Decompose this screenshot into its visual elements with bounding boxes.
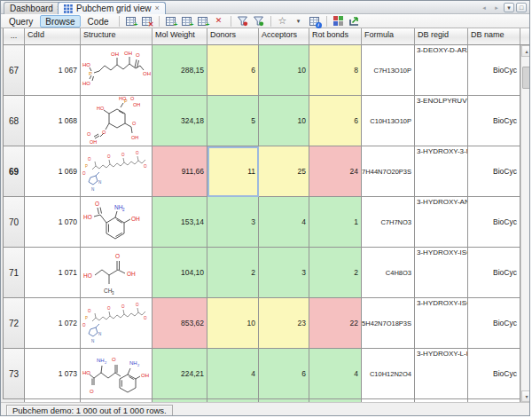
structure-drawing[interactable]: POOOOOONN bbox=[81, 146, 153, 197]
cell-cdid[interactable]: 1 073 bbox=[25, 349, 81, 399]
cell-formula[interactable]: C7H13O10P bbox=[362, 45, 415, 96]
cell-donors[interactable]: 11 bbox=[207, 146, 259, 197]
cell-mol-weight[interactable]: 853,62 bbox=[153, 298, 207, 349]
cell-donors[interactable]: 2 bbox=[207, 248, 259, 298]
cell-cdid[interactable]: 1 068 bbox=[25, 96, 81, 146]
add-row-table-icon[interactable]: + bbox=[164, 15, 178, 28]
row-number[interactable]: 71 bbox=[3, 248, 25, 298]
column-header-mol-weight[interactable]: Mol Weight bbox=[153, 28, 207, 45]
insert-row-table-icon[interactable]: + bbox=[124, 15, 138, 28]
cell-db-regid[interactable]: 3-HYDROXY-L-KYNU bbox=[415, 349, 468, 399]
tab-pubchem-grid-view[interactable]: Pubchem grid view × bbox=[58, 2, 166, 14]
cell-acceptors[interactable]: 10 bbox=[259, 45, 309, 96]
maximize-icon[interactable]: □ bbox=[516, 3, 527, 12]
color-grid-icon[interactable] bbox=[332, 15, 346, 28]
column-header-donors[interactable]: Donors bbox=[207, 28, 259, 45]
delete-red-x-icon[interactable]: ✕ bbox=[212, 15, 226, 28]
cell-cdid[interactable]: 1 069 bbox=[25, 146, 81, 197]
cell-rot-bonds[interactable]: 24 bbox=[309, 146, 362, 197]
query-button[interactable]: Query bbox=[4, 15, 38, 28]
tab-scroll-left-icon[interactable]: ◂ bbox=[479, 3, 489, 12]
cell-mol-weight[interactable]: 288,15 bbox=[153, 45, 207, 96]
export-icon[interactable] bbox=[348, 15, 362, 28]
cell-rot-bonds[interactable]: 2 bbox=[309, 248, 362, 298]
scroll-down-icon[interactable]: ▾ bbox=[521, 390, 529, 402]
column-header-[interactable]: ... bbox=[3, 28, 25, 45]
column-header-db-name[interactable]: DB name bbox=[468, 28, 520, 45]
column-header-formula[interactable]: Formula bbox=[362, 28, 415, 45]
favorites-star-icon[interactable]: ☆ bbox=[276, 15, 290, 28]
row-number[interactable]: 67 bbox=[3, 45, 25, 96]
cell-rot-bonds[interactable]: 1 bbox=[309, 197, 362, 248]
cell-db-regid[interactable]: 3-HYDROXY-ISOBUT bbox=[415, 248, 468, 298]
cell-db-name[interactable]: BioCyc bbox=[468, 197, 520, 248]
tab-list-dropdown-icon[interactable]: ▾ bbox=[504, 3, 514, 12]
cell-acceptors[interactable]: 10 bbox=[259, 96, 309, 146]
cell-donors[interactable]: 5 bbox=[207, 96, 259, 146]
cell-acceptors[interactable]: 25 bbox=[259, 146, 309, 197]
cell-db-name[interactable]: BioCyc bbox=[468, 298, 520, 349]
cell-rot-bonds[interactable]: 22 bbox=[309, 298, 362, 349]
structure-drawing[interactable]: PHOOOHHOOOHOOOH bbox=[81, 96, 153, 146]
cell-db-regid[interactable]: 3-HYDROXY-3-METH bbox=[415, 146, 468, 197]
structure-drawing[interactable]: OHOHOOHPHOHO bbox=[81, 45, 153, 96]
row-number[interactable]: 72 bbox=[3, 298, 25, 349]
structure-drawing[interactable]: POOOOOONN bbox=[81, 298, 153, 349]
row-number[interactable]: 73 bbox=[3, 349, 25, 399]
cell-acceptors[interactable]: 23 bbox=[259, 298, 309, 349]
structure-drawing[interactable]: HOOOHCH3 bbox=[81, 248, 153, 298]
row-number[interactable]: 69 bbox=[3, 146, 25, 197]
cell-mol-weight[interactable]: 911,66 bbox=[153, 146, 207, 197]
tab-scroll-right-icon[interactable]: ▸ bbox=[491, 3, 502, 12]
filter-apply-icon[interactable] bbox=[252, 15, 266, 28]
vertical-scrollbar[interactable]: ▴ ▾ bbox=[520, 45, 529, 402]
cell-db-name[interactable]: BioCyc bbox=[468, 248, 520, 298]
cell-formula[interactable]: C27H44N7O20P3S bbox=[362, 146, 415, 197]
cell-cdid[interactable]: 1 070 bbox=[25, 197, 81, 248]
star-dropdown-arrow-icon[interactable]: ▾ bbox=[292, 15, 306, 28]
cell-acceptors[interactable]: 3 bbox=[259, 248, 309, 298]
close-icon[interactable]: × bbox=[154, 4, 159, 12]
cell-db-name[interactable]: BioCyc bbox=[468, 45, 520, 96]
cell-db-regid[interactable]: 3-HYDROXY-ANTHRA bbox=[415, 197, 468, 248]
cell-mol-weight[interactable]: 153,14 bbox=[153, 197, 207, 248]
cell-mol-weight[interactable]: 104,10 bbox=[153, 248, 207, 298]
cell-donors[interactable]: 10 bbox=[207, 298, 259, 349]
duplicate-row-table-icon[interactable]: + bbox=[180, 15, 194, 28]
grid-view-settings-icon[interactable]: i bbox=[308, 15, 322, 28]
column-header-cdid[interactable]: CdId bbox=[25, 28, 81, 45]
row-number[interactable]: 68 bbox=[3, 96, 25, 146]
paste-row-table-icon[interactable]: + bbox=[196, 15, 210, 28]
cell-donors[interactable]: 4 bbox=[207, 349, 259, 399]
browse-button[interactable]: Browse bbox=[40, 15, 80, 28]
scroll-up-icon[interactable]: ▴ bbox=[521, 45, 529, 57]
cell-cdid[interactable]: 1 067 bbox=[25, 45, 81, 96]
delete-row-table-icon[interactable]: ✕ bbox=[140, 15, 154, 28]
column-header-rot-bonds[interactable]: Rot bonds bbox=[309, 28, 362, 45]
scrollbar-thumb[interactable] bbox=[522, 67, 529, 89]
code-button[interactable]: Code bbox=[82, 15, 114, 28]
cell-formula[interactable]: C10H12N2O4 bbox=[362, 349, 415, 399]
column-header-structure[interactable]: Structure bbox=[81, 28, 153, 45]
cell-db-regid[interactable]: 3-ENOLPYRUVYL-SH bbox=[415, 96, 468, 146]
cell-db-regid[interactable]: 3-HYDROXY-ISOBUT bbox=[415, 298, 468, 349]
row-number[interactable]: 70 bbox=[3, 197, 25, 248]
cell-formula[interactable]: C10H13O10P bbox=[362, 96, 415, 146]
cell-rot-bonds[interactable]: 6 bbox=[309, 96, 362, 146]
cell-rot-bonds[interactable]: 4 bbox=[309, 349, 362, 399]
cell-formula[interactable]: C7H7NO3 bbox=[362, 197, 415, 248]
cell-db-name[interactable]: BioCyc bbox=[468, 349, 520, 399]
column-header-acceptors[interactable]: Acceptors bbox=[259, 28, 309, 45]
cell-db-name[interactable]: BioCyc bbox=[468, 96, 520, 146]
cell-donors[interactable]: 3 bbox=[207, 197, 259, 248]
structure-drawing[interactable]: OHONH2OH bbox=[81, 197, 153, 248]
cell-formula[interactable]: C4H8O3 bbox=[362, 248, 415, 298]
cell-db-regid[interactable]: 3-DEOXY-D-ARABIN bbox=[415, 45, 468, 96]
cell-mol-weight[interactable]: 224,21 bbox=[153, 349, 207, 399]
column-header-db-regid[interactable]: DB regid bbox=[415, 28, 468, 45]
cell-formula[interactable]: C25H42N7O18P3S bbox=[362, 298, 415, 349]
cell-mol-weight[interactable]: 324,18 bbox=[153, 96, 207, 146]
cell-acceptors[interactable]: 4 bbox=[259, 197, 309, 248]
structure-drawing[interactable]: HOONH2ONH2OH bbox=[81, 349, 153, 399]
cell-donors[interactable]: 6 bbox=[207, 45, 259, 96]
